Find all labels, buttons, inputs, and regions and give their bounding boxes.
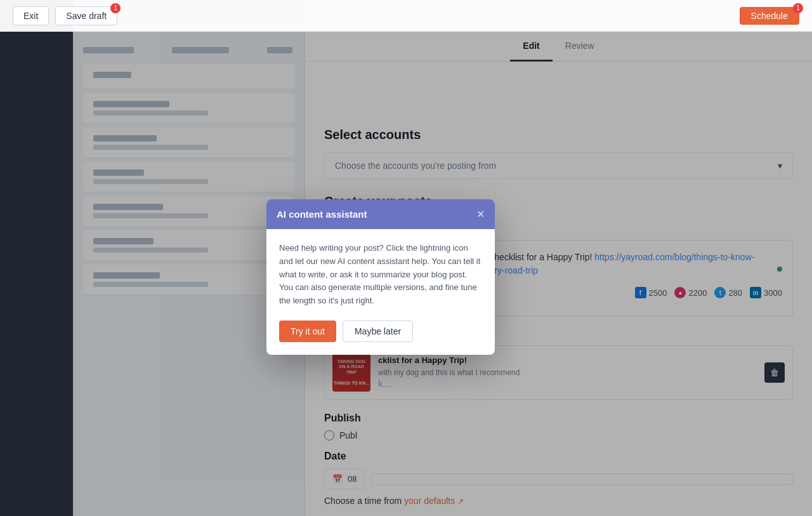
toolbar-left-buttons: Exit Save draft 1 [13, 6, 117, 25]
top-toolbar: Exit Save draft 1 Schedule 1 [0, 0, 812, 32]
ai-content-assistant-modal: AI content assistant ✕ Need help writing… [266, 199, 495, 355]
schedule-label: Schedule [751, 11, 788, 21]
save-draft-button[interactable]: Save draft 1 [55, 6, 117, 25]
schedule-badge: 1 [793, 3, 803, 13]
ai-modal-footer: Try it out Maybe later [266, 321, 495, 355]
modal-overlay: AI content assistant ✕ Need help writing… [0, 0, 812, 516]
maybe-later-button[interactable]: Maybe later [343, 321, 413, 342]
save-draft-badge: 1 [110, 3, 121, 13]
save-draft-label: Save draft [66, 11, 107, 21]
ai-modal-body: Need help writing your post? Click the l… [266, 229, 495, 321]
ai-modal-header: AI content assistant ✕ [266, 199, 495, 229]
try-it-out-button[interactable]: Try it out [279, 321, 336, 342]
exit-button[interactable]: Exit [13, 6, 49, 25]
schedule-button[interactable]: Schedule 1 [740, 7, 799, 25]
ai-modal-title: AI content assistant [277, 209, 367, 220]
close-icon[interactable]: ✕ [476, 208, 485, 220]
